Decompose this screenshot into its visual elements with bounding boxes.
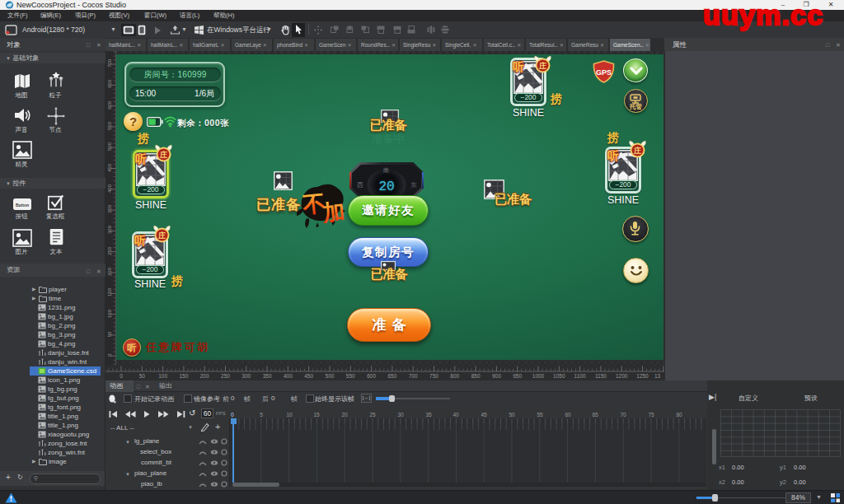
- svg-text:GPS: GPS: [596, 68, 612, 77]
- svg-text:庄: 庄: [157, 231, 166, 240]
- svg-text:Button: Button: [16, 203, 29, 208]
- svg-text:庄: 庄: [538, 62, 546, 70]
- svg-text:加: 加: [321, 199, 346, 226]
- svg-text:庄: 庄: [633, 147, 641, 155]
- svg-text:庄: 庄: [159, 151, 167, 159]
